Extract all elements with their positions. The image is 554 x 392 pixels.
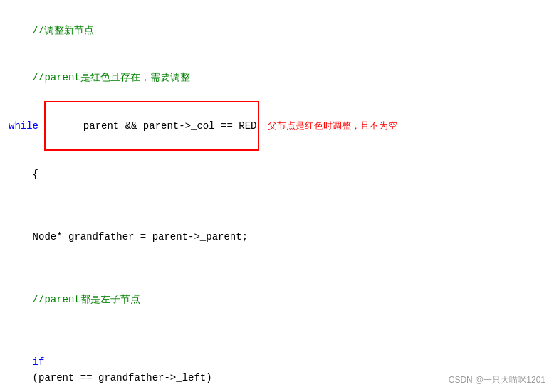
code-line-2: //parent是红色且存在，需要调整 (9, 54, 545, 101)
comment-2: //parent是红色且存在，需要调整 (33, 72, 190, 83)
while-condition: parent && parent->_col == RED (83, 120, 257, 132)
while-annotation: 父节点是红色时调整，且不为空 (268, 118, 397, 134)
if-condition-1: (parent == grandfather->_left) (33, 372, 212, 383)
code-line-6: //parent都是左子节点 (9, 260, 545, 323)
comment-6: //parent都是左子节点 (33, 294, 140, 305)
while-condition-box: parent && parent->_col == RED (44, 101, 259, 151)
code-line-3: while parent && parent->_col == RED 父节点是… (9, 101, 545, 151)
brace-open-1: { (33, 169, 38, 180)
while-keyword: while (9, 118, 44, 134)
code-container: //调整新节点 //parent是红色且存在，需要调整 while parent… (0, 0, 554, 392)
code-line-4: { (9, 151, 545, 198)
code-line-5: Node* grandfather = parent->_parent; (9, 198, 545, 260)
code-line-1: //调整新节点 (9, 7, 545, 54)
watermark: CSDN @一只大喵咪1201 (449, 374, 545, 386)
comment-1: //调整新节点 (33, 25, 95, 36)
line-5-text: Node* grandfather = parent->_parent; (33, 231, 248, 243)
if-keyword-1: if (33, 356, 51, 368)
